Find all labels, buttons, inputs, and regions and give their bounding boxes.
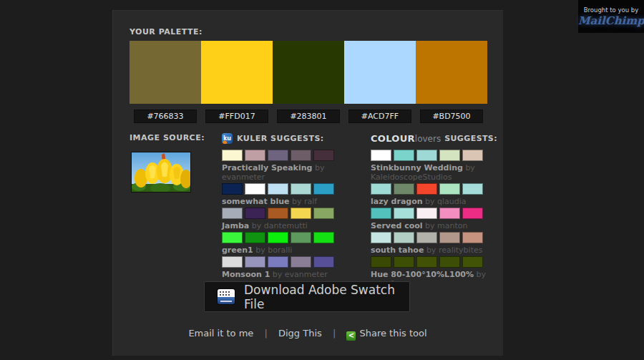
colourlovers-palette-swatch-row[interactable] xyxy=(371,150,488,161)
color-chip[interactable] xyxy=(245,256,265,268)
mailchimp-logo: MailChimp xyxy=(578,14,644,27)
hex-value: #766833 xyxy=(134,110,197,123)
footer-separator: | xyxy=(333,328,336,339)
color-chip[interactable] xyxy=(462,150,483,161)
color-chip[interactable] xyxy=(416,232,437,243)
color-chip[interactable] xyxy=(245,232,265,243)
colourlovers-suggested-palette: lazy dragon by qlaudia xyxy=(371,183,488,206)
source-image-thumbnail[interactable] xyxy=(131,152,191,193)
palette-name: Monsoon 1 by evanmeter xyxy=(222,270,339,279)
color-chip[interactable] xyxy=(291,232,311,243)
palette-name: Served cool by manton xyxy=(371,221,488,230)
color-chip[interactable] xyxy=(439,183,460,195)
hex-cell: #766833 xyxy=(130,110,201,123)
color-chip[interactable] xyxy=(313,256,334,268)
kuler-column: ku KULER SUGGESTS: Practically Speaking … xyxy=(222,133,339,281)
color-chip[interactable] xyxy=(268,232,288,243)
color-chip[interactable] xyxy=(222,232,243,243)
hex-cell: #BD7500 xyxy=(416,110,487,123)
email-link[interactable]: Email it to me xyxy=(188,328,253,339)
color-chip[interactable] xyxy=(268,256,288,268)
color-chip[interactable] xyxy=(245,150,265,161)
image-source-label: IMAGE SOURCE: xyxy=(130,133,205,142)
palette-name: somewhat blue by ralf xyxy=(222,197,339,206)
color-chip[interactable] xyxy=(394,256,414,268)
colourlovers-title: SUGGESTS: xyxy=(444,134,497,143)
color-chip[interactable] xyxy=(313,232,334,243)
color-chip[interactable] xyxy=(371,208,391,219)
mailchimp-badge[interactable]: Brought to you by MailChimp xyxy=(578,0,644,33)
color-chip[interactable] xyxy=(439,232,460,243)
colourlovers-suggested-palette: Stinkbunny Wedding by KaleidoscopeStudio… xyxy=(371,150,488,182)
color-chip[interactable] xyxy=(394,183,414,195)
hex-value: #ACD7FF xyxy=(348,110,411,123)
color-chip[interactable] xyxy=(245,208,265,219)
download-button-label: Download Adobe Swatch File xyxy=(244,283,409,311)
color-chip[interactable] xyxy=(291,208,311,219)
kuler-icon: ku xyxy=(222,133,233,144)
kuler-suggested-palette: green1 by boralli xyxy=(222,232,339,255)
color-chip[interactable] xyxy=(222,208,243,219)
color-chip[interactable] xyxy=(371,256,391,268)
color-chip[interactable] xyxy=(439,208,460,219)
kuler-palette-swatch-row[interactable] xyxy=(222,256,339,268)
color-chip[interactable] xyxy=(416,150,437,161)
main-panel: YOUR PALETTE: #766833#FFD017#283801#ACD7… xyxy=(112,10,503,356)
color-chip[interactable] xyxy=(371,150,391,161)
color-chip[interactable] xyxy=(222,150,243,161)
color-chip[interactable] xyxy=(416,256,437,268)
color-chip[interactable] xyxy=(268,150,288,161)
color-chip[interactable] xyxy=(439,256,460,268)
color-chip[interactable] xyxy=(416,183,437,195)
color-chip[interactable] xyxy=(462,256,483,268)
color-chip[interactable] xyxy=(394,232,414,243)
sharethis-icon[interactable]: < xyxy=(346,331,356,341)
palette-swatch xyxy=(416,41,487,104)
footer-links: Email it to me | Digg This | <Share this… xyxy=(112,328,503,341)
color-chip[interactable] xyxy=(222,256,243,268)
palette-name: lazy dragon by qlaudia xyxy=(371,197,488,206)
color-chip[interactable] xyxy=(291,183,311,195)
color-chip[interactable] xyxy=(462,232,483,243)
your-palette-label: YOUR PALETTE: xyxy=(130,27,203,37)
kuler-palette-swatch-row[interactable] xyxy=(222,232,339,243)
color-chip[interactable] xyxy=(371,232,391,243)
kuler-suggested-palette: somewhat blue by ralf xyxy=(222,183,339,206)
kuler-palette-swatch-row[interactable] xyxy=(222,208,339,219)
color-chip[interactable] xyxy=(222,183,243,195)
color-chip[interactable] xyxy=(291,256,311,268)
kuler-title: KULER SUGGESTS: xyxy=(237,134,324,143)
color-chip[interactable] xyxy=(371,183,391,195)
hex-cell: #FFD017 xyxy=(201,110,273,123)
color-chip[interactable] xyxy=(291,150,311,161)
colourlovers-logo-bold: COLOUR xyxy=(371,133,415,144)
colourlovers-palette-swatch-row[interactable] xyxy=(371,183,488,195)
color-chip[interactable] xyxy=(416,208,437,219)
color-chip[interactable] xyxy=(462,208,483,219)
color-chip[interactable] xyxy=(394,208,414,219)
colourlovers-suggested-palette: Served cool by manton xyxy=(371,208,488,230)
kuler-palette-swatch-row[interactable] xyxy=(222,183,339,195)
share-link[interactable]: Share this tool xyxy=(359,328,426,339)
color-chip[interactable] xyxy=(313,208,334,219)
palette-name: green1 by boralli xyxy=(222,245,339,255)
palette-row xyxy=(130,41,487,104)
color-chip[interactable] xyxy=(268,208,288,219)
color-chip[interactable] xyxy=(439,150,460,161)
color-chip[interactable] xyxy=(313,150,334,161)
hex-row: #766833#FFD017#283801#ACD7FF#BD7500 xyxy=(130,110,487,123)
color-chip[interactable] xyxy=(313,183,334,195)
color-chip[interactable] xyxy=(462,183,483,195)
colourlovers-palette-swatch-row[interactable] xyxy=(371,208,488,219)
hex-value: #283801 xyxy=(277,110,340,123)
color-chip[interactable] xyxy=(268,183,288,195)
colourlovers-palette-swatch-row[interactable] xyxy=(371,256,488,268)
digg-link[interactable]: Digg This xyxy=(278,328,322,339)
download-swatch-button[interactable]: Download Adobe Swatch File xyxy=(204,281,410,312)
colourlovers-palette-swatch-row[interactable] xyxy=(371,232,488,243)
color-chip[interactable] xyxy=(245,183,265,195)
color-chip[interactable] xyxy=(394,150,414,161)
palette-swatch xyxy=(344,41,416,104)
kuler-palette-swatch-row[interactable] xyxy=(222,150,339,161)
colourlovers-column: COLOURlovers SUGGESTS: Stinkbunny Weddin… xyxy=(371,133,488,290)
